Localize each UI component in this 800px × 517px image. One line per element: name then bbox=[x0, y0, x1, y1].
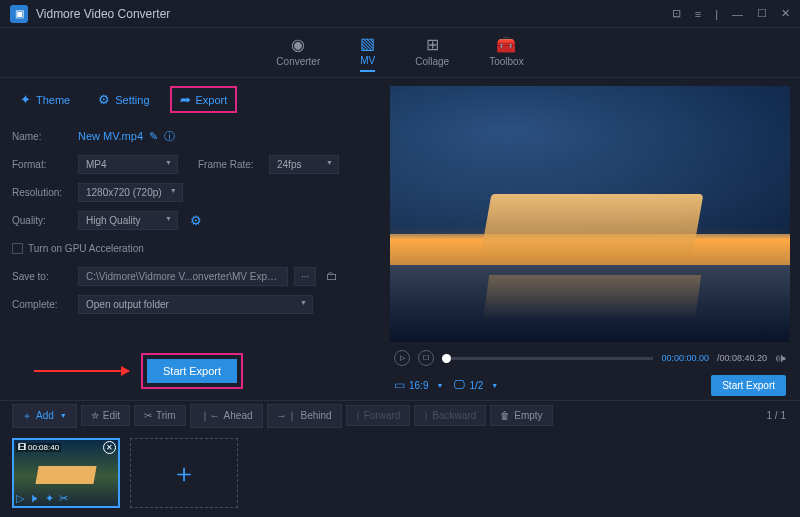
subtab-setting-label: Setting bbox=[115, 94, 149, 106]
scissors-icon: ✂ bbox=[144, 410, 152, 421]
complete-label: Complete: bbox=[12, 299, 72, 310]
chevron-down-icon: ▼ bbox=[60, 412, 67, 419]
start-export-callout: Start Export bbox=[12, 353, 373, 389]
format-label: Format: bbox=[12, 159, 72, 170]
info-icon[interactable]: ⓘ bbox=[164, 129, 175, 144]
framerate-select[interactable]: 24fps bbox=[269, 155, 339, 174]
resolution-label: Resolution: bbox=[12, 187, 72, 198]
edit-name-icon[interactable]: ✎ bbox=[149, 130, 158, 143]
thumb-actions: ▷ 🕨 ✦ ✂ bbox=[16, 492, 68, 505]
toolbox-icon: 🧰 bbox=[496, 35, 516, 54]
format-select[interactable]: MP4 bbox=[78, 155, 178, 174]
timeline-playhead[interactable] bbox=[442, 354, 451, 363]
ahead-button[interactable]: ｜←Ahead bbox=[190, 404, 263, 428]
volume-icon[interactable]: 🕪 bbox=[775, 352, 786, 364]
mv-subtabs: ✦ Theme ⚙ Setting ➦ Export bbox=[0, 78, 385, 121]
thumb-trim-icon[interactable]: ✂ bbox=[59, 492, 68, 505]
minimize-icon[interactable]: ― bbox=[732, 8, 743, 20]
app-title: Vidmore Video Converter bbox=[36, 7, 672, 21]
thumb-play-icon[interactable]: ▷ bbox=[16, 492, 24, 505]
name-label: Name: bbox=[12, 131, 72, 142]
clip-toolbar: ＋Add▼ ✮Edit ✂Trim ｜←Ahead →｜Behind ⟨Forw… bbox=[0, 400, 800, 430]
chevron-down-icon: ▼ bbox=[491, 382, 498, 389]
behind-button[interactable]: →｜Behind bbox=[267, 404, 342, 428]
thumb-effects-icon[interactable]: ✦ bbox=[45, 492, 54, 505]
saveto-browse-button[interactable]: ··· bbox=[294, 267, 316, 286]
move-behind-icon: →｜ bbox=[277, 409, 297, 423]
monitor-icon: 🖵 bbox=[453, 378, 465, 392]
total-time: /00:08:40.20 bbox=[717, 353, 767, 363]
add-clip-slot[interactable]: ＋ bbox=[130, 438, 238, 508]
saveto-path[interactable]: C:\Vidmore\Vidmore V...onverter\MV Expor… bbox=[78, 267, 288, 286]
framerate-label: Frame Rate: bbox=[198, 159, 263, 170]
quality-select[interactable]: High Quality bbox=[78, 211, 178, 230]
subtab-theme-label: Theme bbox=[36, 94, 70, 106]
thumb-mute-icon[interactable]: 🕨 bbox=[29, 492, 40, 505]
add-button[interactable]: ＋Add▼ bbox=[12, 404, 77, 428]
timeline[interactable] bbox=[442, 357, 653, 360]
content: ✦ Theme ⚙ Setting ➦ Export Name: New MV.… bbox=[0, 78, 800, 400]
quality-settings-icon[interactable]: ⚙ bbox=[190, 213, 202, 228]
empty-button[interactable]: 🗑Empty bbox=[490, 405, 552, 426]
subtab-export-label: Export bbox=[196, 94, 228, 106]
thumb-duration: 🎞00:08:40 bbox=[16, 443, 61, 452]
page-indicator: 1 / 1 bbox=[767, 410, 786, 421]
resolution-select[interactable]: 1280x720 (720p) bbox=[78, 183, 183, 202]
preview-start-export-button[interactable]: Start Export bbox=[711, 375, 786, 396]
feedback-icon[interactable]: ⊡ bbox=[672, 7, 681, 20]
export-form: Name: New MV.mp4 ✎ ⓘ Format: MP4 Frame R… bbox=[0, 121, 385, 393]
close-icon[interactable]: ✕ bbox=[781, 7, 790, 20]
tab-toolbox[interactable]: 🧰 Toolbox bbox=[489, 35, 523, 71]
chevron-down-icon: ▼ bbox=[436, 382, 443, 389]
start-export-button[interactable]: Start Export bbox=[147, 359, 237, 383]
export-icon: ➦ bbox=[180, 92, 191, 107]
forward-button[interactable]: ⟨Forward bbox=[346, 405, 411, 426]
thumb-remove-icon[interactable]: ✕ bbox=[103, 441, 116, 454]
complete-select[interactable]: Open output folder bbox=[78, 295, 313, 314]
tab-collage[interactable]: ⊞ Collage bbox=[415, 35, 449, 71]
split-select[interactable]: 🖵 1/2 ▼ bbox=[453, 378, 498, 392]
maximize-icon[interactable]: ☐ bbox=[757, 7, 767, 20]
subtab-setting[interactable]: ⚙ Setting bbox=[90, 88, 157, 111]
tab-mv-label: MV bbox=[360, 55, 375, 66]
left-panel: ✦ Theme ⚙ Setting ➦ Export Name: New MV.… bbox=[0, 78, 385, 400]
video-preview[interactable] bbox=[390, 86, 790, 342]
play-button[interactable]: ▷ bbox=[394, 350, 410, 366]
film-icon: 🎞 bbox=[18, 443, 26, 452]
thumbnail-strip: 🎞00:08:40 ✕ ▷ 🕨 ✦ ✂ ＋ bbox=[0, 430, 800, 515]
tab-collage-label: Collage bbox=[415, 56, 449, 67]
gpu-label: Turn on GPU Acceleration bbox=[28, 243, 144, 254]
right-panel: ▷ ☐ 00:00:00.00 /00:08:40.20 🕪 ▭ 16:9 ▼ … bbox=[385, 78, 800, 400]
backward-icon: ⟩ bbox=[424, 410, 428, 421]
edit-button[interactable]: ✮Edit bbox=[81, 405, 130, 426]
trim-button[interactable]: ✂Trim bbox=[134, 405, 186, 426]
open-folder-icon[interactable]: 🗀 bbox=[326, 269, 338, 283]
backward-button[interactable]: ⟩Backward bbox=[414, 405, 486, 426]
name-value[interactable]: New MV.mp4 bbox=[78, 130, 143, 142]
main-tabs: ◉ Converter ▧ MV ⊞ Collage 🧰 Toolbox bbox=[0, 28, 800, 78]
mv-icon: ▧ bbox=[360, 34, 375, 53]
tab-toolbox-label: Toolbox bbox=[489, 56, 523, 67]
theme-icon: ✦ bbox=[20, 92, 31, 107]
start-export-highlight: Start Export bbox=[141, 353, 243, 389]
trash-icon: 🗑 bbox=[500, 410, 510, 421]
aspect-ratio-select[interactable]: ▭ 16:9 ▼ bbox=[394, 378, 443, 392]
clip-thumbnail[interactable]: 🎞00:08:40 ✕ ▷ 🕨 ✦ ✂ bbox=[12, 438, 120, 508]
arrow-annotation bbox=[34, 370, 129, 372]
checkbox-box-icon bbox=[12, 243, 23, 254]
subtab-theme[interactable]: ✦ Theme bbox=[12, 88, 78, 111]
collage-icon: ⊞ bbox=[426, 35, 439, 54]
stop-button[interactable]: ☐ bbox=[418, 350, 434, 366]
tab-mv[interactable]: ▧ MV bbox=[360, 34, 375, 72]
plus-icon: ＋ bbox=[22, 409, 32, 423]
wand-icon: ✮ bbox=[91, 410, 99, 421]
gpu-checkbox[interactable]: Turn on GPU Acceleration bbox=[12, 243, 144, 254]
gear-icon: ⚙ bbox=[98, 92, 110, 107]
move-ahead-icon: ｜← bbox=[200, 409, 220, 423]
app-logo-icon: ▣ bbox=[10, 5, 28, 23]
subtab-export[interactable]: ➦ Export bbox=[170, 86, 238, 113]
saveto-label: Save to: bbox=[12, 271, 72, 282]
menu-icon[interactable]: ≡ bbox=[695, 8, 701, 20]
tab-converter[interactable]: ◉ Converter bbox=[276, 35, 320, 71]
divider: | bbox=[715, 8, 718, 20]
